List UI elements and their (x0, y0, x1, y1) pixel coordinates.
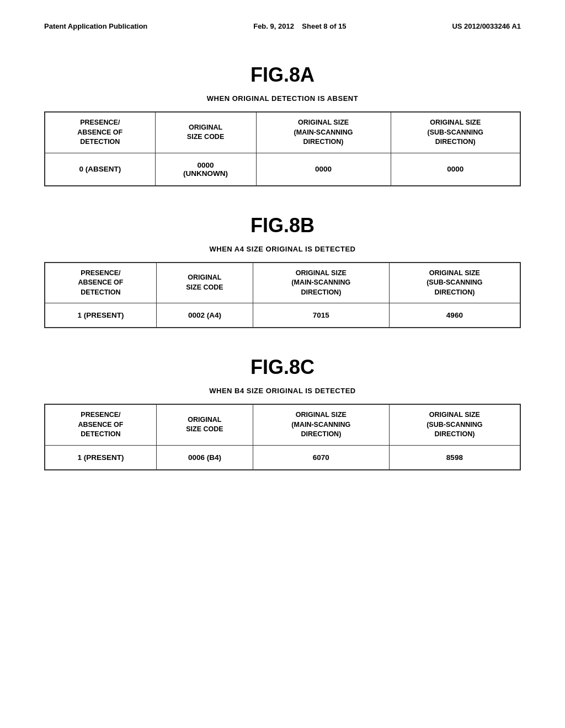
table-header-row: PRESENCE/ABSENCE OFDETECTION ORIGINALSIZ… (45, 263, 520, 303)
figure-8c-title: FIG.8C (44, 356, 521, 379)
cell-presence: 0 (ABSENT) (45, 153, 155, 186)
col-original-size-main: ORIGINAL SIZE(MAIN-SCANNINGDIRECTION) (253, 404, 389, 445)
cell-presence: 1 (PRESENT) (45, 445, 156, 470)
figure-8a-section: FIG.8A WHEN ORIGINAL DETECTION IS ABSENT… (44, 63, 521, 186)
page-header: Patent Application Publication Feb. 9, 2… (44, 22, 521, 30)
cell-size-code: 0002 (A4) (156, 303, 253, 328)
cell-size-code: 0006 (B4) (156, 445, 253, 470)
col-presence-absence-detection: PRESENCE/ABSENCE OFDETECTION (45, 263, 156, 303)
table-row: 1 (PRESENT) 0006 (B4) 6070 8598 (45, 445, 520, 470)
figure-8a-table: PRESENCE/ABSENCE OFDETECTION ORIGINALSIZ… (44, 111, 521, 186)
table-row: 1 (PRESENT) 0002 (A4) 7015 4960 (45, 303, 520, 328)
col-original-size-main: ORIGINAL SIZE(MAIN-SCANNINGDIRECTION) (253, 263, 389, 303)
col-original-size-sub: ORIGINAL SIZE(SUB-SCANNINGDIRECTION) (389, 263, 520, 303)
col-presence-absence-detection: PRESENCE/ABSENCE OFDETECTION (45, 112, 155, 153)
figure-8b-section: FIG.8B WHEN A4 SIZE ORIGINAL IS DETECTED… (44, 214, 521, 329)
figure-8b-subtitle: WHEN A4 SIZE ORIGINAL IS DETECTED (44, 245, 521, 253)
table-header-row: PRESENCE/ABSENCE OFDETECTION ORIGINALSIZ… (45, 404, 520, 445)
cell-sub-direction: 8598 (389, 445, 520, 470)
col-original-size-main: ORIGINAL SIZE(MAIN-SCANNINGDIRECTION) (256, 112, 391, 153)
col-original-size-sub: ORIGINAL SIZE(SUB-SCANNINGDIRECTION) (389, 404, 520, 445)
figure-8c-section: FIG.8C WHEN B4 SIZE ORIGINAL IS DETECTED… (44, 356, 521, 470)
figure-8c-subtitle: WHEN B4 SIZE ORIGINAL IS DETECTED (44, 387, 521, 395)
col-original-size-code: ORIGINALSIZE CODE (155, 112, 256, 153)
header-publication: Patent Application Publication (44, 22, 147, 30)
cell-main-direction: 7015 (253, 303, 389, 328)
header-patent-number: US 2012/0033246 A1 (452, 22, 521, 30)
cell-sub-direction: 4960 (389, 303, 520, 328)
cell-main-direction: 0000 (256, 153, 391, 186)
figure-8a-title: FIG.8A (44, 63, 521, 87)
figure-8b-table: PRESENCE/ABSENCE OFDETECTION ORIGINALSIZ… (44, 262, 521, 329)
col-original-size-code: ORIGINALSIZE CODE (156, 404, 253, 445)
col-presence-absence-detection: PRESENCE/ABSENCE OFDETECTION (45, 404, 156, 445)
page: Patent Application Publication Feb. 9, 2… (0, 0, 565, 728)
table-row: 0 (ABSENT) 0000(UNKNOWN) 0000 0000 (45, 153, 520, 186)
header-date-sheet: Feb. 9, 2012 Sheet 8 of 15 (253, 22, 346, 30)
cell-size-code: 0000(UNKNOWN) (155, 153, 256, 186)
cell-presence: 1 (PRESENT) (45, 303, 156, 328)
col-original-size-code: ORIGINALSIZE CODE (156, 263, 253, 303)
cell-main-direction: 6070 (253, 445, 389, 470)
figure-8c-table: PRESENCE/ABSENCE OFDETECTION ORIGINALSIZ… (44, 404, 521, 470)
figure-8a-subtitle: WHEN ORIGINAL DETECTION IS ABSENT (44, 94, 521, 103)
table-header-row: PRESENCE/ABSENCE OFDETECTION ORIGINALSIZ… (45, 112, 520, 153)
cell-sub-direction: 0000 (391, 153, 520, 186)
figure-8b-title: FIG.8B (44, 214, 521, 237)
col-original-size-sub: ORIGINAL SIZE(SUB-SCANNINGDIRECTION) (391, 112, 520, 153)
